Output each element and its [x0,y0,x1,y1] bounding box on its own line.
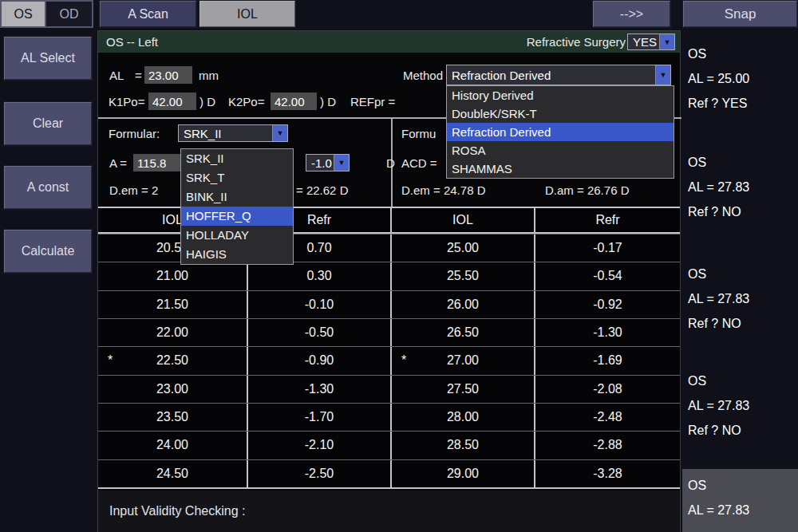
k1-label: K1Po= [109,95,144,108]
dam-right-text: D.am = 26.76 D [545,183,629,197]
formula-option-srk-t[interactable]: SRK_T [181,168,293,187]
formula-option-srk-ii[interactable]: SRK_II [181,149,293,168]
formula-dropdown-list: SRK_II SRK_T BINK_II HOFFER_Q HOLLADAY H… [180,148,294,265]
dem-right-text: D.em = 24.78 D [401,183,485,197]
chevron-down-icon[interactable]: ▼ [272,125,287,141]
scan-eye: OS [688,150,795,175]
k1-unit: ) D [200,95,215,108]
tab-a-scan[interactable]: A Scan [99,0,197,28]
refr-value: -1.30 [535,319,680,346]
a-const-label: A = [109,156,127,170]
tab-iol[interactable]: IOL [199,0,296,28]
method-select[interactable]: Refraction Derived ▼ [446,65,671,85]
scan-ref: Ref ? NO [688,311,795,336]
a-const-value-field[interactable]: 115.8 [133,154,180,171]
snap-button[interactable]: Snap [682,0,798,28]
iol-value: 28.00 [447,410,479,424]
scan-al: AL = 27.83 [688,286,795,311]
iol-calculation-screen: OS OD A Scan IOL -->> Snap AL Select Cle… [0,0,798,532]
offset-value: -1.0 [306,155,334,171]
refr-value: -0.17 [535,234,680,262]
al-equals: = [135,69,142,82]
header-refr-right: Refr [535,208,680,232]
dam-left-text: = 22.62 D [296,183,348,197]
scan-ref: Ref ? NO [688,418,795,443]
method-option-refraction-derived[interactable]: Refraction Derived [447,123,674,141]
offset-select[interactable]: -1.0 ▼ [306,154,350,171]
table-row: 21.00 0.30 25.50 -0.54 [98,262,680,290]
calculate-button[interactable]: Calculate [3,229,93,274]
formula-option-holladay[interactable]: HOLLADAY [181,226,293,245]
formula-option-haigis[interactable]: HAIGIS [181,245,293,264]
method-option-history-derived[interactable]: History Derived [447,86,674,104]
iol-value: 28.50 [447,438,479,452]
scan-list-item[interactable]: OS AL = 27.83 Ref ? NO [688,150,795,224]
eye-tab-group: OS OD [0,0,93,28]
refr-value: -2.50 [248,460,392,487]
iol-value: 26.50 [447,325,479,340]
refr-value: -3.28 [535,460,680,487]
formula-option-bink-ii[interactable]: BINK_II [181,187,293,207]
panel-title: OS -- Left [98,35,527,49]
panel-header: OS -- Left Refractive Surgery YES ▼ [98,31,680,53]
al-value-field[interactable]: 23.00 [144,66,192,84]
clear-button[interactable]: Clear [3,101,93,146]
scan-al: AL = 27.83 [688,498,798,522]
method-option-shammas[interactable]: SHAMMAS [447,160,674,178]
chevron-down-icon[interactable]: ▼ [655,65,670,85]
refr-value: -0.10 [248,291,392,318]
iol-value: 24.50 [156,467,188,481]
refr-value: -2.08 [535,376,680,403]
iol-value: 25.50 [447,269,479,283]
chevron-down-icon[interactable]: ▼ [659,34,674,49]
al-select-button[interactable]: AL Select [3,36,93,81]
iol-value: 27.00 [447,353,479,368]
a-const-button[interactable]: A const [3,165,93,210]
refr-value: -2.48 [535,404,680,431]
refpr-label: REFpr = [350,95,395,108]
refractive-surgery-select[interactable]: YES ▼ [627,33,675,50]
iol-value: 22.00 [156,325,188,340]
iol-panel: OS -- Left Refractive Surgery YES ▼ AL =… [97,30,681,532]
k2-value-field[interactable]: 42.00 [271,93,317,110]
table-row: 23.50 -1.70 28.00 -2.48 [98,403,680,431]
refractive-surgery-label: Refractive Surgery [527,35,626,49]
scan-list-item[interactable]: OS AL = 27.83 Ref ? NO [688,368,795,443]
chevron-down-icon[interactable]: ▼ [334,155,349,171]
al-unit: mm [199,69,219,82]
formula-select[interactable]: SRK_II ▼ [178,124,288,142]
tab-os[interactable]: OS [2,2,46,26]
table-row: 21.50 -0.10 26.00 -0.92 [98,290,680,318]
refr-value: -1.30 [248,376,392,403]
status-bar: Input Validity Checking : [98,491,680,532]
tab-od[interactable]: OD [46,2,92,26]
next-page-button[interactable]: -->> [592,0,671,28]
iol-value: 25.00 [447,241,479,255]
formula-option-hoffer-q[interactable]: HOFFER_Q [181,207,293,226]
scan-al: AL = 27.83 [688,175,795,199]
scan-list-item[interactable]: OS AL = 27.83 Ref ? NO [688,262,795,336]
iol-value: 22.50 [156,353,188,368]
table-row: *22.50 -0.90 *27.00 -1.69 [98,346,680,374]
refr-value: -2.10 [248,432,392,459]
scan-eye: OS [688,368,795,393]
table-row: 24.50 -2.50 29.00 -3.28 [98,459,680,487]
k1-value-field[interactable]: 42.00 [148,93,196,110]
method-option-rosa[interactable]: ROSA [447,141,674,160]
scan-ref: Ref ? NO [688,199,795,224]
scan-ref: Ref ? YES [688,91,795,116]
table-row: 24.00 -2.10 28.50 -2.88 [98,431,680,459]
refr-value: -0.90 [248,347,392,374]
scan-list-item[interactable]: OS AL = 25.00 Ref ? YES [688,41,795,116]
refr-value: -1.70 [248,404,392,431]
refr-value: 0.30 [248,262,392,290]
method-option-doublek-srk-t[interactable]: DoubleK/SRK-T [447,104,674,123]
k2-label: K2Po= [228,95,264,108]
offset-unit: D [386,156,395,170]
formula-value: SRK_II [179,125,272,141]
scan-list-item-selected[interactable]: OS AL = 27.83 [682,469,798,532]
method-dropdown-list: History Derived DoubleK/SRK-T Refraction… [446,85,674,179]
star-marker: * [401,353,406,368]
star-marker: * [108,353,113,368]
refr-value: -0.50 [248,319,392,346]
